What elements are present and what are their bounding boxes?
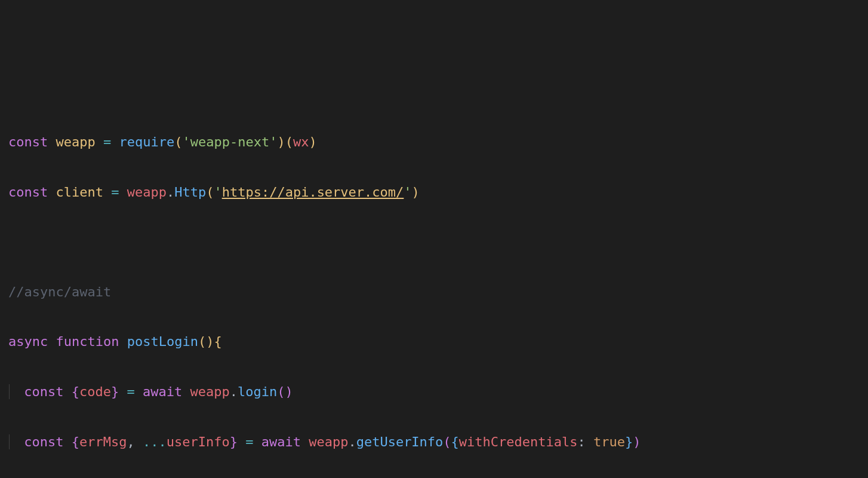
fn-require: require <box>119 134 174 149</box>
code-line: const client = weapp.Http('https://api.s… <box>8 180 860 205</box>
keyword-await: await <box>261 434 301 449</box>
var-errmsg: errMsg <box>79 434 127 449</box>
keyword-async: async <box>8 334 48 349</box>
keyword-function: function <box>56 334 119 349</box>
code-editor[interactable]: const weapp = require('weapp-next')(wx) … <box>8 105 860 478</box>
op-eq: = <box>127 384 134 399</box>
keyword-const: const <box>8 134 48 149</box>
string-module: 'weapp-next' <box>182 134 277 149</box>
bool-true: true <box>593 434 625 449</box>
op-eq: = <box>111 185 119 200</box>
var-code: code <box>79 384 111 399</box>
prop-withcredentials: withCredentials <box>459 434 578 449</box>
keyword-await: await <box>143 384 182 399</box>
id-weapp: weapp <box>127 185 167 200</box>
comment: //async/await <box>8 284 111 299</box>
fn-getuserinfo: getUserInfo <box>356 434 444 449</box>
fn-http: Http <box>174 185 206 200</box>
op-eq: = <box>103 134 111 149</box>
var-weapp: weapp <box>56 134 95 149</box>
keyword-const: const <box>8 185 48 200</box>
code-line: const {errMsg, ...userInfo} = await weap… <box>8 430 860 455</box>
code-line: const weapp = require('weapp-next')(wx) <box>8 130 860 155</box>
var-wx: wx <box>293 134 309 149</box>
keyword-const: const <box>24 384 63 399</box>
id-weapp: weapp <box>190 384 229 399</box>
blank-line <box>8 229 860 255</box>
fn-login: login <box>238 384 277 399</box>
fn-name: postLogin <box>127 334 198 349</box>
code-line: const {code} = await weapp.login() <box>8 379 860 405</box>
code-line: //async/await <box>8 280 860 305</box>
url-link[interactable]: https://api.server.com/ <box>222 185 404 200</box>
code-line: async function postLogin(){ <box>8 329 860 354</box>
var-client: client <box>56 185 103 200</box>
op-spread: ... <box>143 434 167 449</box>
var-userinfo: userInfo <box>167 434 230 449</box>
keyword-const: const <box>24 434 63 449</box>
